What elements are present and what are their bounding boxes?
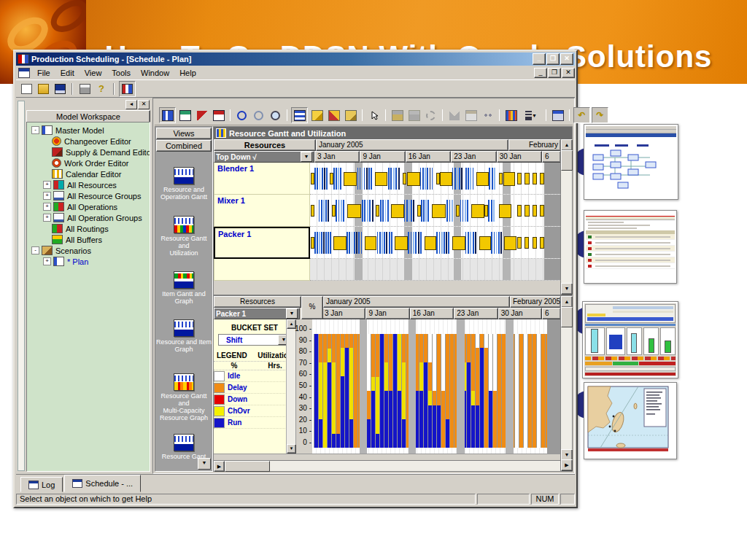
gantt-row-timeline[interactable] xyxy=(310,163,561,195)
window-tool-button[interactable] xyxy=(309,108,325,122)
hscroll-thumb[interactable] xyxy=(225,461,270,472)
gantt-row-label[interactable]: Packer 1 xyxy=(214,227,310,259)
pin-button[interactable] xyxy=(194,108,209,122)
scroll-right-arrow[interactable]: ▶ xyxy=(214,461,225,472)
refresh-button[interactable] xyxy=(423,108,438,122)
tree-item-changeover-editor[interactable]: Changeover Editor xyxy=(27,136,150,147)
tree-item-scenarios[interactable]: -Scenarios xyxy=(27,245,150,256)
gantt-row-mixer-1[interactable]: Mixer 1 xyxy=(214,195,561,227)
panel-pin-button[interactable]: ◂ xyxy=(125,100,137,109)
select-cursor-button[interactable] xyxy=(366,108,382,122)
view-item-resource-item-graph[interactable]: Resource and Item Graph xyxy=(155,319,212,353)
find-button[interactable] xyxy=(480,108,495,122)
tree-item-work-order-editor[interactable]: Work Order Editor xyxy=(27,158,150,168)
util-dropdown-arrow[interactable]: ▼ xyxy=(286,308,298,319)
views-button[interactable]: Views xyxy=(156,128,212,139)
tree-item-master-model[interactable]: -Master Model xyxy=(27,125,150,136)
tree-item-all-resource-groups[interactable]: +All Resource Groups xyxy=(27,190,150,201)
util-resource-dropdown[interactable]: Packer 1 ▼ xyxy=(214,308,300,319)
tree-expand-toggle[interactable]: + xyxy=(43,203,51,211)
view-item-resource-gantt-multicapacity[interactable]: Resource Gantt and Multi-Capacity Resour… xyxy=(155,373,212,421)
child-close-button[interactable]: ✕ xyxy=(562,68,575,78)
undo-button[interactable]: ↶ xyxy=(573,107,590,123)
zoom-in-button[interactable] xyxy=(234,108,249,122)
rows-view-button[interactable] xyxy=(291,107,308,123)
util-horizontal-scrollbar[interactable]: ◀ ▶ xyxy=(214,460,561,471)
menu-edit[interactable]: Edit xyxy=(55,68,80,78)
child-restore-button[interactable]: ❐ xyxy=(548,68,561,78)
menu-file[interactable]: File xyxy=(32,68,55,78)
gantt-row-label[interactable]: Blender 1 xyxy=(214,163,310,195)
tree-item-all-routings[interactable]: All Routings xyxy=(27,223,150,234)
broom-button[interactable] xyxy=(343,108,358,122)
workspace-toggle-button[interactable] xyxy=(119,81,136,97)
gantt-row-timeline[interactable] xyxy=(310,227,561,259)
red-view-button[interactable] xyxy=(211,108,226,122)
scroll-up-arrow[interactable]: ▲ xyxy=(561,139,573,151)
tree-expand-toggle[interactable]: + xyxy=(43,181,51,189)
tree-item-all-buffers[interactable]: All Buffers xyxy=(27,234,150,245)
repair-button[interactable] xyxy=(326,108,341,122)
tree-expand-toggle[interactable]: + xyxy=(43,214,51,222)
menu-help[interactable]: Help xyxy=(174,68,201,78)
menu-tools[interactable]: Tools xyxy=(107,68,136,78)
tree-item-supply-demand-editor[interactable]: Supply & Demand Editor xyxy=(27,147,150,158)
tab-log[interactable]: Log xyxy=(20,477,63,492)
menu-view[interactable]: View xyxy=(80,68,107,78)
table-button[interactable] xyxy=(503,108,519,122)
tree-expand-toggle[interactable]: - xyxy=(31,126,39,134)
redo-button[interactable]: ↷ xyxy=(592,107,608,123)
panel-close-button[interactable]: ✕ xyxy=(138,100,150,109)
zoom-fit-button[interactable] xyxy=(268,108,283,122)
zoom-out-button[interactable] xyxy=(251,108,266,122)
child-minimize-button[interactable]: _ xyxy=(534,68,547,78)
views-scroll-down-button[interactable]: ▼ xyxy=(198,458,211,470)
green-view-button[interactable] xyxy=(177,108,193,122)
tree-item-all-resources[interactable]: +All Resources xyxy=(27,179,150,190)
lock-button[interactable] xyxy=(390,108,405,122)
gantt-row-blender-1[interactable]: Blender 1 xyxy=(214,163,561,195)
thumbnail-flowchart-browser[interactable] xyxy=(584,124,678,200)
gantt-row-packer-1[interactable]: Packer 1 xyxy=(214,227,561,259)
menu-window[interactable]: Window xyxy=(136,68,174,78)
util-scroll-thumb[interactable] xyxy=(561,307,573,327)
combined-button[interactable]: Combined xyxy=(156,140,212,152)
thumbnail-dashboard[interactable] xyxy=(582,301,678,378)
window-titlebar[interactable]: Production Scheduling - [Schedule - Plan… xyxy=(16,52,575,66)
bucket-set-dropdown[interactable]: Shift ▼ xyxy=(218,334,291,346)
filter-dropdown-arrow[interactable]: ▼ xyxy=(301,152,312,162)
minimize-button[interactable]: _ xyxy=(533,53,546,65)
view-item-resource-gantt-2[interactable]: Resource Gant xyxy=(155,434,212,460)
paste-button[interactable] xyxy=(463,108,479,122)
sort-button[interactable]: ▼ xyxy=(520,108,542,122)
view-layout-button[interactable] xyxy=(159,107,176,123)
tree-item-all-operation-groups[interactable]: +All Operation Groups xyxy=(27,212,150,223)
util-scroll-right-arrow[interactable]: ▶ xyxy=(561,459,573,471)
calculator-button[interactable] xyxy=(550,108,565,122)
thumbnail-web-table[interactable] xyxy=(584,210,677,284)
cut-button[interactable] xyxy=(446,108,462,122)
tree-expand-toggle[interactable]: + xyxy=(43,192,51,200)
view-item-item-gantt-graph[interactable]: Item Gantt and Graph xyxy=(155,271,212,305)
util-vertical-scrollbar[interactable]: ▲ ▼ ▶ xyxy=(560,296,572,471)
thumbnail-map[interactable] xyxy=(584,382,677,459)
print-button[interactable] xyxy=(77,82,92,96)
tree-item-all-operations[interactable]: +All Operations xyxy=(27,201,150,212)
tab-schedule[interactable]: Schedule - ... xyxy=(64,475,141,492)
save-button[interactable] xyxy=(53,82,67,96)
gantt-vertical-scrollbar[interactable]: ▲ ▼ xyxy=(560,139,572,295)
view-item-resource-gantt-utilization[interactable]: Resource Gantt and Utilization xyxy=(155,216,212,257)
tree-expand-toggle[interactable]: + xyxy=(43,257,51,265)
tree-item--plan[interactable]: +* Plan xyxy=(27,256,150,267)
resource-filter-dropdown[interactable]: Top Down √ ▼ xyxy=(214,151,314,163)
new-button[interactable] xyxy=(19,82,34,96)
legend-scrollbar[interactable]: ▲ ▼ xyxy=(286,319,295,454)
scroll-down-arrow[interactable]: ▼ xyxy=(561,283,573,295)
scroll-thumb[interactable] xyxy=(561,150,573,171)
gantt-row-label[interactable]: Mixer 1 xyxy=(214,195,310,227)
tree-item-calendar-editor[interactable]: Calendar Editor xyxy=(27,168,150,179)
restore-button[interactable]: ❐ xyxy=(546,53,560,65)
util-scroll-up-arrow[interactable]: ▲ xyxy=(561,296,573,308)
view-item-resource-operation-gantt[interactable]: Resource and Operation Gantt xyxy=(155,167,212,201)
tree-expand-toggle[interactable]: - xyxy=(31,246,39,254)
